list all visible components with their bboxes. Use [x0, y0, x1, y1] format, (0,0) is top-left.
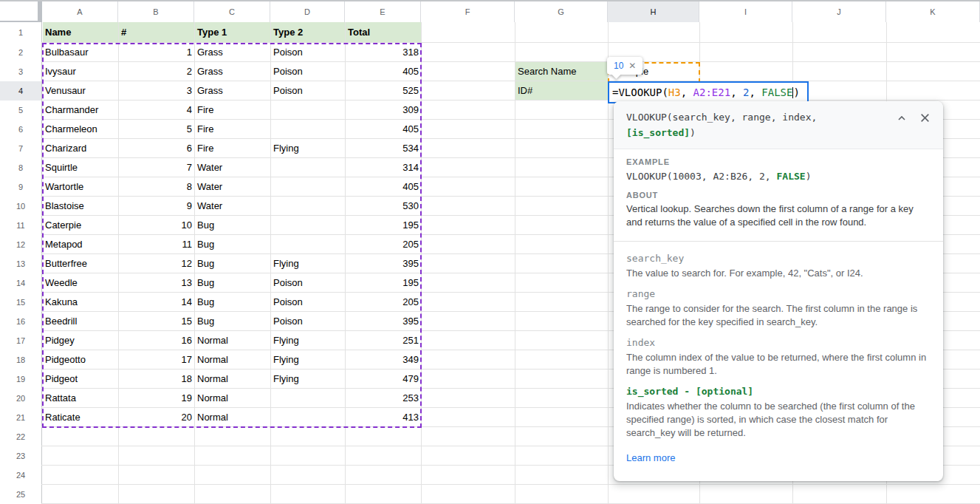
- lookup-label-id[interactable]: ID#: [515, 81, 608, 101]
- row-header-19[interactable]: 19: [0, 370, 41, 389]
- table-row[interactable]: 19: [119, 389, 194, 408]
- row-header-4[interactable]: 4: [0, 81, 41, 101]
- table-row[interactable]: Metapod: [43, 235, 118, 254]
- table-row[interactable]: Ivysaur: [43, 62, 118, 81]
- row-header-17[interactable]: 17: [0, 331, 41, 350]
- table-header-cell[interactable]: Type 1: [195, 22, 270, 43]
- table-row[interactable]: Flying: [271, 331, 345, 350]
- table-row[interactable]: Bug: [195, 216, 270, 235]
- column-header-f[interactable]: F: [421, 1, 515, 22]
- learn-more-link[interactable]: Learn more: [626, 452, 675, 465]
- table-row[interactable]: Charmeleon: [43, 120, 118, 139]
- table-row[interactable]: Normal: [195, 331, 270, 350]
- column-header-d[interactable]: D: [270, 1, 345, 22]
- table-row[interactable]: 405: [346, 177, 421, 197]
- row-header-25[interactable]: 25: [0, 485, 41, 504]
- dismiss-preview-icon[interactable]: ✕: [628, 61, 636, 70]
- table-row[interactable]: 11: [119, 235, 194, 254]
- table-row[interactable]: Flying: [271, 254, 345, 273]
- column-header-g[interactable]: G: [515, 1, 608, 22]
- table-row[interactable]: 395: [346, 312, 421, 331]
- table-row[interactable]: Grass: [195, 81, 270, 101]
- row-header-12[interactable]: 12: [0, 235, 41, 254]
- table-row[interactable]: 5: [119, 120, 194, 139]
- table-row[interactable]: 9: [119, 197, 194, 216]
- table-row[interactable]: Poison: [271, 62, 345, 81]
- row-header-5[interactable]: 5: [0, 101, 41, 120]
- row-header-6[interactable]: 6: [0, 120, 41, 139]
- table-row[interactable]: 16: [119, 331, 194, 350]
- table-row[interactable]: 3: [119, 81, 194, 101]
- column-header-c[interactable]: C: [194, 1, 270, 22]
- table-row[interactable]: 195: [346, 273, 421, 293]
- table-row[interactable]: Water: [195, 177, 270, 197]
- table-row[interactable]: 8: [119, 177, 194, 197]
- row-header-22[interactable]: 22: [0, 427, 41, 446]
- table-row[interactable]: Rattata: [43, 389, 118, 408]
- table-row[interactable]: Bug: [195, 254, 270, 273]
- column-header-k[interactable]: K: [886, 1, 980, 22]
- table-row[interactable]: Bug: [195, 312, 270, 331]
- table-row[interactable]: 18: [119, 370, 194, 389]
- row-header-18[interactable]: 18: [0, 350, 41, 370]
- table-row[interactable]: 10: [119, 216, 194, 235]
- row-header-11[interactable]: 11: [0, 216, 41, 235]
- row-header-8[interactable]: 8: [0, 158, 41, 177]
- table-row[interactable]: 405: [346, 120, 421, 139]
- table-row[interactable]: Bulbasaur: [43, 43, 118, 62]
- formula-input[interactable]: =VLOOKUP(H3, A2:E21, 2, FALSE): [608, 81, 809, 103]
- table-row[interactable]: 314: [346, 158, 421, 177]
- table-row[interactable]: 253: [346, 389, 421, 408]
- table-row[interactable]: 309: [346, 101, 421, 120]
- table-row[interactable]: Bug: [195, 273, 270, 293]
- table-row[interactable]: Poison: [271, 43, 345, 62]
- table-row[interactable]: 349: [346, 350, 421, 370]
- table-row[interactable]: Normal: [195, 350, 270, 370]
- column-header-j[interactable]: J: [792, 1, 886, 22]
- row-header-9[interactable]: 9: [0, 177, 41, 197]
- table-row[interactable]: 251: [346, 331, 421, 350]
- table-row[interactable]: 1: [119, 43, 194, 62]
- table-row[interactable]: Fire: [195, 101, 270, 120]
- table-row[interactable]: Squirtle: [43, 158, 118, 177]
- table-row[interactable]: Pidgeot: [43, 370, 118, 389]
- column-header-h[interactable]: H: [608, 1, 699, 22]
- table-row[interactable]: Raticate: [43, 408, 118, 427]
- close-icon[interactable]: [919, 112, 931, 123]
- table-row[interactable]: Poison: [271, 293, 345, 312]
- table-row[interactable]: Venusaur: [43, 81, 118, 101]
- table-row[interactable]: 6: [119, 139, 194, 158]
- table-row[interactable]: 413: [346, 408, 421, 427]
- table-row[interactable]: Normal: [195, 370, 270, 389]
- table-row[interactable]: Normal: [195, 408, 270, 427]
- column-header-i[interactable]: I: [699, 1, 792, 22]
- table-row[interactable]: 7: [119, 158, 194, 177]
- row-header-24[interactable]: 24: [0, 466, 41, 485]
- table-header-cell[interactable]: #: [119, 22, 194, 43]
- table-row[interactable]: 534: [346, 139, 421, 158]
- row-header-1[interactable]: 1: [0, 22, 41, 43]
- row-header-23[interactable]: 23: [0, 446, 41, 466]
- table-row[interactable]: 15: [119, 312, 194, 331]
- table-row[interactable]: Kakuna: [43, 293, 118, 312]
- table-row[interactable]: Pidgeotto: [43, 350, 118, 370]
- table-row[interactable]: 525: [346, 81, 421, 101]
- table-row[interactable]: Poison: [271, 81, 345, 101]
- table-row[interactable]: Poison: [271, 312, 345, 331]
- lookup-label-search-name[interactable]: Search Name: [515, 62, 608, 81]
- row-header-2[interactable]: 2: [0, 43, 41, 62]
- table-row[interactable]: Beedrill: [43, 312, 118, 331]
- table-row[interactable]: 2: [119, 62, 194, 81]
- table-row[interactable]: Flying: [271, 350, 345, 370]
- table-row[interactable]: 12: [119, 254, 194, 273]
- row-header-13[interactable]: 13: [0, 254, 41, 273]
- table-row[interactable]: 395: [346, 254, 421, 273]
- row-header-10[interactable]: 10: [0, 197, 41, 216]
- row-header-15[interactable]: 15: [0, 293, 41, 312]
- table-row[interactable]: Grass: [195, 43, 270, 62]
- table-row[interactable]: Charmander: [43, 101, 118, 120]
- table-row[interactable]: 530: [346, 197, 421, 216]
- table-row[interactable]: Water: [195, 158, 270, 177]
- table-row[interactable]: Water: [195, 197, 270, 216]
- table-row[interactable]: Wartortle: [43, 177, 118, 197]
